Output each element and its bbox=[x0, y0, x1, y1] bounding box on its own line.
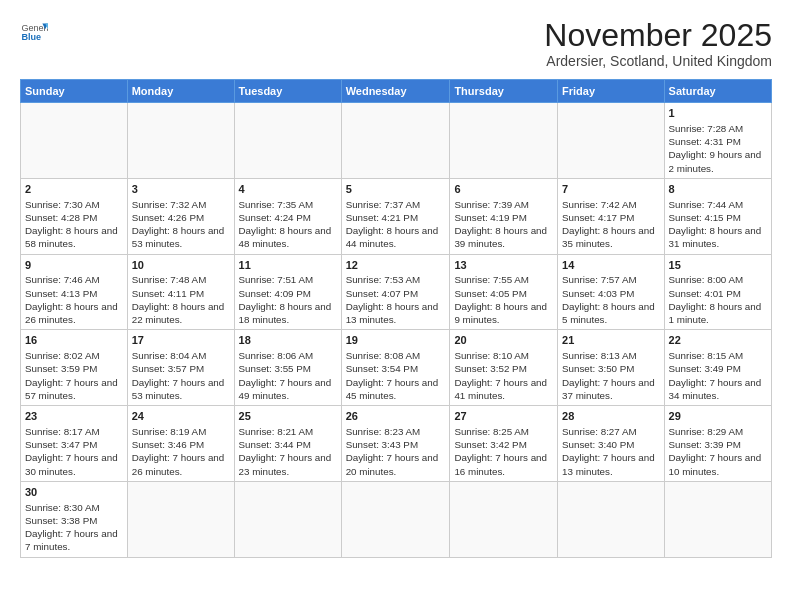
day-info: Sunrise: 8:04 AM Sunset: 3:57 PM Dayligh… bbox=[132, 349, 230, 402]
day-number: 14 bbox=[562, 258, 660, 273]
day-info: Sunrise: 8:25 AM Sunset: 3:42 PM Dayligh… bbox=[454, 425, 553, 478]
day-number: 11 bbox=[239, 258, 337, 273]
day-info: Sunrise: 8:10 AM Sunset: 3:52 PM Dayligh… bbox=[454, 349, 553, 402]
day-number: 20 bbox=[454, 333, 553, 348]
day-info: Sunrise: 8:15 AM Sunset: 3:49 PM Dayligh… bbox=[669, 349, 767, 402]
calendar-cell bbox=[234, 103, 341, 179]
calendar-cell bbox=[341, 481, 450, 557]
logo: General Blue bbox=[20, 18, 48, 46]
calendar-cell: 15Sunrise: 8:00 AM Sunset: 4:01 PM Dayli… bbox=[664, 254, 771, 330]
day-info: Sunrise: 7:55 AM Sunset: 4:05 PM Dayligh… bbox=[454, 273, 553, 326]
day-info: Sunrise: 7:39 AM Sunset: 4:19 PM Dayligh… bbox=[454, 198, 553, 251]
day-number: 2 bbox=[25, 182, 123, 197]
calendar-cell: 13Sunrise: 7:55 AM Sunset: 4:05 PM Dayli… bbox=[450, 254, 558, 330]
calendar-cell: 24Sunrise: 8:19 AM Sunset: 3:46 PM Dayli… bbox=[127, 406, 234, 482]
day-info: Sunrise: 8:19 AM Sunset: 3:46 PM Dayligh… bbox=[132, 425, 230, 478]
calendar-cell: 11Sunrise: 7:51 AM Sunset: 4:09 PM Dayli… bbox=[234, 254, 341, 330]
calendar-cell: 18Sunrise: 8:06 AM Sunset: 3:55 PM Dayli… bbox=[234, 330, 341, 406]
day-number: 3 bbox=[132, 182, 230, 197]
col-saturday: Saturday bbox=[664, 80, 771, 103]
calendar-cell: 17Sunrise: 8:04 AM Sunset: 3:57 PM Dayli… bbox=[127, 330, 234, 406]
day-info: Sunrise: 7:44 AM Sunset: 4:15 PM Dayligh… bbox=[669, 198, 767, 251]
day-info: Sunrise: 7:51 AM Sunset: 4:09 PM Dayligh… bbox=[239, 273, 337, 326]
calendar-cell bbox=[450, 481, 558, 557]
calendar-cell: 6Sunrise: 7:39 AM Sunset: 4:19 PM Daylig… bbox=[450, 178, 558, 254]
day-info: Sunrise: 8:30 AM Sunset: 3:38 PM Dayligh… bbox=[25, 501, 123, 554]
day-info: Sunrise: 8:02 AM Sunset: 3:59 PM Dayligh… bbox=[25, 349, 123, 402]
week-row-2: 9Sunrise: 7:46 AM Sunset: 4:13 PM Daylig… bbox=[21, 254, 772, 330]
col-monday: Monday bbox=[127, 80, 234, 103]
calendar-cell bbox=[664, 481, 771, 557]
calendar-cell: 4Sunrise: 7:35 AM Sunset: 4:24 PM Daylig… bbox=[234, 178, 341, 254]
day-info: Sunrise: 7:53 AM Sunset: 4:07 PM Dayligh… bbox=[346, 273, 446, 326]
day-number: 18 bbox=[239, 333, 337, 348]
day-number: 12 bbox=[346, 258, 446, 273]
day-number: 30 bbox=[25, 485, 123, 500]
day-info: Sunrise: 8:29 AM Sunset: 3:39 PM Dayligh… bbox=[669, 425, 767, 478]
day-number: 10 bbox=[132, 258, 230, 273]
day-info: Sunrise: 7:28 AM Sunset: 4:31 PM Dayligh… bbox=[669, 122, 767, 175]
month-title: November 2025 bbox=[544, 18, 772, 53]
col-wednesday: Wednesday bbox=[341, 80, 450, 103]
subtitle: Ardersier, Scotland, United Kingdom bbox=[544, 53, 772, 69]
day-info: Sunrise: 8:13 AM Sunset: 3:50 PM Dayligh… bbox=[562, 349, 660, 402]
day-info: Sunrise: 7:57 AM Sunset: 4:03 PM Dayligh… bbox=[562, 273, 660, 326]
day-info: Sunrise: 8:08 AM Sunset: 3:54 PM Dayligh… bbox=[346, 349, 446, 402]
week-row-0: 1Sunrise: 7:28 AM Sunset: 4:31 PM Daylig… bbox=[21, 103, 772, 179]
day-number: 29 bbox=[669, 409, 767, 424]
calendar-cell: 21Sunrise: 8:13 AM Sunset: 3:50 PM Dayli… bbox=[558, 330, 665, 406]
col-tuesday: Tuesday bbox=[234, 80, 341, 103]
calendar-cell: 19Sunrise: 8:08 AM Sunset: 3:54 PM Dayli… bbox=[341, 330, 450, 406]
day-number: 17 bbox=[132, 333, 230, 348]
day-info: Sunrise: 7:46 AM Sunset: 4:13 PM Dayligh… bbox=[25, 273, 123, 326]
calendar-cell: 12Sunrise: 7:53 AM Sunset: 4:07 PM Dayli… bbox=[341, 254, 450, 330]
calendar-cell: 27Sunrise: 8:25 AM Sunset: 3:42 PM Dayli… bbox=[450, 406, 558, 482]
calendar-cell: 1Sunrise: 7:28 AM Sunset: 4:31 PM Daylig… bbox=[664, 103, 771, 179]
logo-icon: General Blue bbox=[20, 18, 48, 46]
day-number: 21 bbox=[562, 333, 660, 348]
day-number: 24 bbox=[132, 409, 230, 424]
calendar-cell bbox=[450, 103, 558, 179]
calendar-cell: 2Sunrise: 7:30 AM Sunset: 4:28 PM Daylig… bbox=[21, 178, 128, 254]
calendar-cell: 16Sunrise: 8:02 AM Sunset: 3:59 PM Dayli… bbox=[21, 330, 128, 406]
calendar-cell bbox=[558, 103, 665, 179]
page: General Blue November 2025 Ardersier, Sc… bbox=[0, 0, 792, 612]
calendar-cell: 30Sunrise: 8:30 AM Sunset: 3:38 PM Dayli… bbox=[21, 481, 128, 557]
calendar-cell bbox=[234, 481, 341, 557]
day-number: 19 bbox=[346, 333, 446, 348]
day-info: Sunrise: 7:48 AM Sunset: 4:11 PM Dayligh… bbox=[132, 273, 230, 326]
calendar-cell bbox=[127, 481, 234, 557]
day-number: 8 bbox=[669, 182, 767, 197]
week-row-4: 23Sunrise: 8:17 AM Sunset: 3:47 PM Dayli… bbox=[21, 406, 772, 482]
day-number: 22 bbox=[669, 333, 767, 348]
day-number: 27 bbox=[454, 409, 553, 424]
day-number: 6 bbox=[454, 182, 553, 197]
day-info: Sunrise: 8:00 AM Sunset: 4:01 PM Dayligh… bbox=[669, 273, 767, 326]
day-info: Sunrise: 8:23 AM Sunset: 3:43 PM Dayligh… bbox=[346, 425, 446, 478]
calendar-cell: 10Sunrise: 7:48 AM Sunset: 4:11 PM Dayli… bbox=[127, 254, 234, 330]
day-number: 1 bbox=[669, 106, 767, 121]
calendar-cell bbox=[21, 103, 128, 179]
calendar: Sunday Monday Tuesday Wednesday Thursday… bbox=[20, 79, 772, 557]
day-info: Sunrise: 8:17 AM Sunset: 3:47 PM Dayligh… bbox=[25, 425, 123, 478]
calendar-cell: 8Sunrise: 7:44 AM Sunset: 4:15 PM Daylig… bbox=[664, 178, 771, 254]
calendar-cell bbox=[341, 103, 450, 179]
header-row: Sunday Monday Tuesday Wednesday Thursday… bbox=[21, 80, 772, 103]
calendar-cell: 26Sunrise: 8:23 AM Sunset: 3:43 PM Dayli… bbox=[341, 406, 450, 482]
day-info: Sunrise: 7:37 AM Sunset: 4:21 PM Dayligh… bbox=[346, 198, 446, 251]
calendar-cell: 3Sunrise: 7:32 AM Sunset: 4:26 PM Daylig… bbox=[127, 178, 234, 254]
day-number: 26 bbox=[346, 409, 446, 424]
calendar-cell: 29Sunrise: 8:29 AM Sunset: 3:39 PM Dayli… bbox=[664, 406, 771, 482]
day-number: 7 bbox=[562, 182, 660, 197]
title-area: November 2025 Ardersier, Scotland, Unite… bbox=[544, 18, 772, 69]
calendar-cell: 25Sunrise: 8:21 AM Sunset: 3:44 PM Dayli… bbox=[234, 406, 341, 482]
day-info: Sunrise: 8:06 AM Sunset: 3:55 PM Dayligh… bbox=[239, 349, 337, 402]
calendar-header: Sunday Monday Tuesday Wednesday Thursday… bbox=[21, 80, 772, 103]
col-friday: Friday bbox=[558, 80, 665, 103]
day-info: Sunrise: 7:35 AM Sunset: 4:24 PM Dayligh… bbox=[239, 198, 337, 251]
day-number: 16 bbox=[25, 333, 123, 348]
week-row-1: 2Sunrise: 7:30 AM Sunset: 4:28 PM Daylig… bbox=[21, 178, 772, 254]
week-row-5: 30Sunrise: 8:30 AM Sunset: 3:38 PM Dayli… bbox=[21, 481, 772, 557]
day-number: 25 bbox=[239, 409, 337, 424]
week-row-3: 16Sunrise: 8:02 AM Sunset: 3:59 PM Dayli… bbox=[21, 330, 772, 406]
